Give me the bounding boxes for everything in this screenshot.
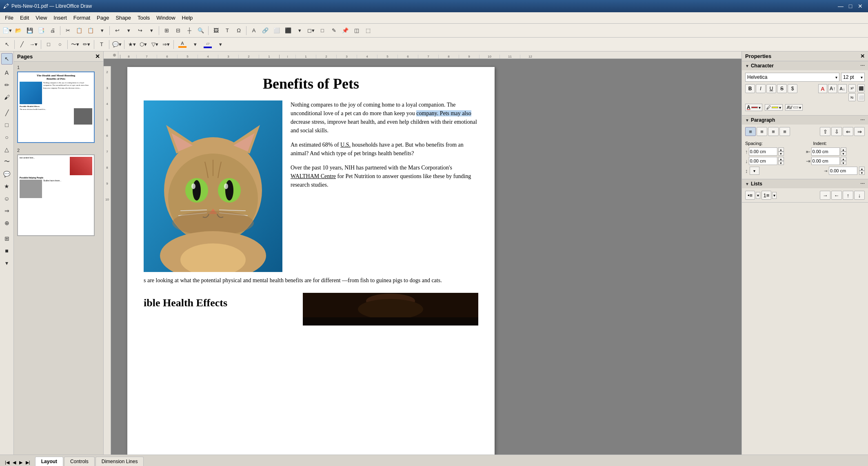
cut-btn[interactable]: ✂ — [62, 25, 73, 36]
unordered-list-btn[interactable]: •≡ — [745, 191, 755, 200]
character-options-icon[interactable]: ⋯ — [860, 63, 865, 69]
font-size-up-btn[interactable]: A↑ — [828, 84, 837, 93]
open-btn[interactable]: 📂 — [13, 25, 24, 36]
list-arrow-down-btn[interactable]: ↓ — [854, 191, 865, 200]
align-center-btn[interactable]: ≡ — [757, 127, 767, 136]
insert-special-btn[interactable]: Ω — [233, 25, 244, 36]
highlight-color-btn[interactable]: 🖊 ▾ — [765, 104, 783, 111]
font-dropdown-arrow[interactable]: ▾ — [835, 75, 837, 80]
properties-close-btn[interactable]: ✕ — [860, 53, 865, 59]
lists-section-header[interactable]: ▼ Lists ⋯ — [742, 179, 868, 188]
line-btn[interactable]: ╱ — [17, 39, 27, 50]
first-line-input[interactable] — [829, 167, 857, 175]
insert-image-btn[interactable]: 🖼 — [211, 25, 221, 36]
first-spin-down[interactable]: ▼ — [859, 171, 865, 175]
above-spin-down[interactable]: ▼ — [778, 152, 784, 156]
menu-help[interactable]: Help — [179, 13, 196, 22]
canvas-area[interactable]: ◎ 8 7 6 5 4 3 2 1 ↕ 1 2 3 4 5 6 7 8 9 — [104, 51, 741, 455]
last-page-btn[interactable]: ▶| — [24, 459, 32, 466]
star-tool[interactable]: ★ — [1, 181, 13, 192]
curve-tool[interactable]: 〜 — [1, 156, 13, 167]
list-arrow-left-btn[interactable]: ← — [831, 191, 842, 200]
emoji-tool[interactable]: ☺ — [1, 193, 13, 204]
toggle-extrusion-btn[interactable]: 📌 — [340, 25, 351, 36]
copy-btn[interactable]: 📋 — [74, 25, 84, 36]
font-color-drop[interactable]: ▾ — [759, 105, 761, 110]
save-btn[interactable]: 💾 — [24, 25, 35, 36]
page-2-image[interactable]: text content here... Possible Helping Pe… — [17, 154, 95, 236]
line-color-drop[interactable]: ▾ — [215, 39, 226, 50]
insert-text-btn[interactable]: T — [222, 25, 233, 36]
below-spin-up[interactable]: ▲ — [778, 157, 784, 161]
snap-lines-btn[interactable]: ⊟ — [173, 25, 183, 36]
font-color-btn[interactable]: A ▾ — [745, 104, 762, 111]
after-indent-input[interactable] — [811, 157, 840, 165]
fill-color-btn[interactable]: A — [176, 39, 189, 50]
paste-drop[interactable]: ▾ — [97, 25, 107, 36]
align-right-btn[interactable]: ≡ — [768, 127, 779, 136]
callout-tool[interactable]: 💬 — [1, 168, 13, 180]
tab-controls[interactable]: Controls — [64, 457, 95, 466]
pages-close-btn[interactable]: ✕ — [95, 53, 100, 60]
stars-btn[interactable]: ★▾ — [127, 39, 137, 50]
shadow-btn[interactable]: □ — [317, 25, 328, 36]
align-justify-btn[interactable]: ≡ — [779, 127, 790, 136]
new-btn[interactable]: 📄▾ — [2, 25, 12, 36]
font-size-arrow[interactable]: ▾ — [861, 75, 863, 80]
paragraph-section-header[interactable]: ▼ Paragraph ⋯ — [742, 116, 868, 125]
align-left-btn[interactable]: ≡ — [745, 127, 756, 136]
circle-btn[interactable]: ○ — [55, 39, 65, 50]
subscript-btn[interactable]: x₂ — [848, 93, 856, 101]
rect-tool[interactable]: □ — [1, 119, 13, 131]
ordered-list-btn[interactable]: 1≡ — [761, 191, 771, 200]
maximize-btn[interactable]: □ — [846, 2, 855, 10]
undo-btn[interactable]: ↩ — [112, 25, 122, 36]
line-tool[interactable]: ╱ — [1, 107, 13, 118]
arrow-shapes-tool[interactable]: ⇒ — [1, 205, 13, 216]
fontworks-btn[interactable]: A — [249, 25, 259, 36]
tab-dimension-lines[interactable]: Dimension Lines — [95, 457, 144, 466]
indent-up-btn[interactable]: ⇧ — [820, 127, 830, 136]
polygon-tool[interactable]: △ — [1, 144, 13, 155]
menu-tools[interactable]: Tools — [134, 13, 153, 22]
edit-points-btn[interactable]: ✎ — [329, 25, 339, 36]
italic-btn[interactable]: I — [756, 84, 766, 93]
snap-grid-btn[interactable]: ⊞ — [161, 25, 172, 36]
pencil-tool[interactable]: ✏ — [1, 79, 13, 91]
basic-shapes-btn[interactable]: ▽▾ — [149, 39, 160, 50]
paint-tool[interactable]: 🖌 — [1, 91, 13, 103]
font-size-down-btn[interactable]: A↓ — [838, 84, 847, 93]
page-thumb-2[interactable]: 2 text content here... Possible Helping … — [17, 148, 100, 236]
redo-drop[interactable]: ▾ — [146, 25, 157, 36]
indent-down-btn[interactable]: ⇩ — [831, 127, 842, 136]
menu-view[interactable]: View — [32, 13, 50, 22]
format2-btn[interactable]: ⬜ — [857, 93, 865, 101]
strikethrough-btn[interactable]: S — [777, 84, 787, 93]
char-spacing-btn[interactable]: AV ▾ — [785, 104, 803, 111]
above-spacing-input[interactable] — [749, 147, 777, 156]
paste-btn[interactable]: 📋 — [85, 25, 96, 36]
arrange-drop[interactable]: ▾ — [294, 25, 305, 36]
undo-drop[interactable]: ▾ — [123, 25, 134, 36]
above-spin-up[interactable]: ▲ — [778, 147, 784, 152]
freeform-btn[interactable]: ✏▾ — [81, 39, 92, 50]
close-btn[interactable]: ✕ — [856, 2, 865, 10]
rect-btn[interactable]: □ — [43, 39, 54, 50]
first-spin-up[interactable]: ▲ — [859, 167, 865, 171]
block-arrows-btn[interactable]: ⇒▾ — [161, 39, 171, 50]
bold-btn[interactable]: B — [745, 84, 755, 93]
tab-order-btn[interactable]: ⬜ — [271, 25, 282, 36]
print-btn[interactable]: 🖨 — [47, 25, 58, 36]
page-thumb-1[interactable]: 1 The Health and Mood-BoostingBenefits o… — [17, 65, 100, 143]
minimize-btn[interactable]: — — [836, 2, 845, 10]
curve-btn[interactable]: 〜▾ — [70, 39, 80, 50]
snap-tool[interactable]: ⊞ — [1, 233, 13, 244]
before-spin-up[interactable]: ▲ — [841, 147, 846, 152]
tab-layout[interactable]: Layout — [35, 457, 63, 466]
below-spin-down[interactable]: ▼ — [778, 161, 784, 165]
fill-drop[interactable]: ▾ — [190, 39, 200, 50]
fill-tool[interactable]: ■ — [1, 245, 13, 256]
superscript-btn[interactable]: x² — [848, 84, 856, 92]
window-controls[interactable]: — □ ✕ — [836, 2, 865, 10]
para-indent1-btn[interactable]: ⇐ — [843, 127, 853, 136]
